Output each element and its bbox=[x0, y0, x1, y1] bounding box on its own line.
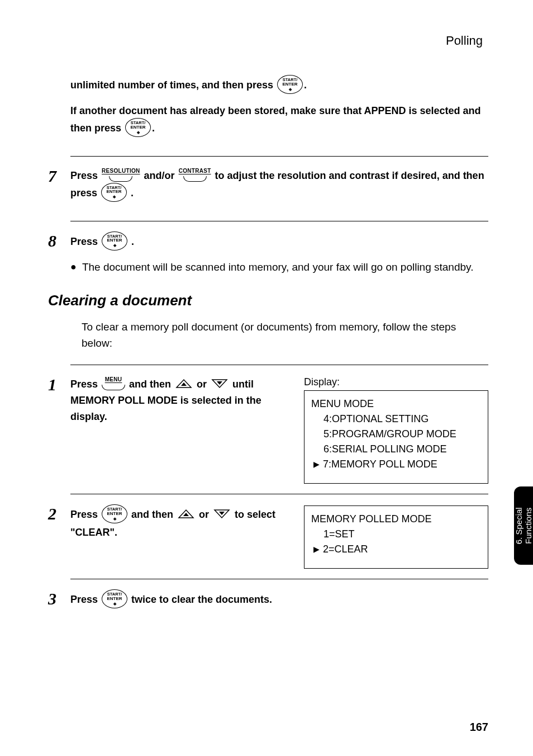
step7-d: . bbox=[128, 187, 134, 198]
contrast-button-icon: CONTRAST bbox=[179, 167, 211, 182]
separator bbox=[70, 579, 488, 579]
step-number-8: 8 bbox=[48, 233, 63, 276]
clearing-step-number-3: 3 bbox=[48, 590, 63, 609]
separator bbox=[70, 494, 488, 494]
start-enter-button-icon: START/ENTER◈ bbox=[102, 504, 127, 523]
separator bbox=[70, 221, 488, 221]
menu-button-icon: MENU bbox=[102, 375, 125, 390]
side-tab-line2: Functions bbox=[524, 507, 533, 544]
separator bbox=[70, 156, 488, 157]
up-arrow-button-icon bbox=[175, 378, 193, 389]
svg-marker-5 bbox=[183, 513, 189, 516]
start-enter-button-icon: START/ENTER◈ bbox=[102, 589, 127, 608]
step8-a: Press bbox=[70, 235, 101, 247]
chapter-side-tab: 6. Special Functions bbox=[514, 486, 533, 565]
lcd-line: MEMORY POLLED MODE bbox=[311, 512, 481, 527]
lcd-line: 6:SERIAL POLLING MODE bbox=[311, 442, 481, 457]
lcd-display-1: MENU MODE 4:OPTIONAL SETTING 5:PROGRAM/G… bbox=[304, 390, 488, 484]
start-enter-button-icon: START/ENTER◈ bbox=[277, 75, 303, 94]
step-number-7: 7 bbox=[48, 168, 63, 211]
lcd-line: 1=SET bbox=[311, 527, 481, 542]
lcd-line: 5:PROGRAM/GROUP MODE bbox=[311, 427, 481, 442]
down-arrow-button-icon bbox=[213, 508, 231, 519]
lcd-line: 7:MEMORY POLL MODE bbox=[323, 457, 437, 472]
c3-a: Press bbox=[70, 594, 101, 605]
svg-marker-1 bbox=[181, 382, 187, 386]
down-arrow-button-icon bbox=[211, 378, 229, 389]
lcd-line: 2=CLEAR bbox=[323, 542, 368, 557]
lcd-line: 4:OPTIONAL SETTING bbox=[311, 412, 481, 427]
lcd-display-2: MEMORY POLLED MODE 1=SET ▶2=CLEAR bbox=[304, 505, 488, 569]
step7-b: and/or bbox=[141, 170, 178, 181]
step8-bullet: The document will be scanned into memory… bbox=[82, 259, 474, 276]
lcd-line: MENU MODE bbox=[311, 396, 481, 412]
bullet-icon: ● bbox=[70, 259, 77, 276]
clearing-step-number-1: 1 bbox=[48, 376, 63, 424]
c3-b: twice to clear the documents. bbox=[129, 594, 272, 605]
c2-c: or bbox=[196, 509, 212, 520]
clearing-intro: To clear a memory poll document (or docu… bbox=[82, 319, 488, 351]
page-number: 167 bbox=[470, 721, 488, 734]
start-enter-button-icon: START/ENTER◈ bbox=[101, 183, 127, 202]
resolution-button-icon: RESOLUTION bbox=[102, 167, 140, 182]
svg-marker-7 bbox=[219, 512, 225, 515]
step6-text-a: unlimited number of times, and then pres… bbox=[70, 79, 276, 91]
svg-marker-3 bbox=[217, 381, 222, 385]
c1-c: or bbox=[194, 379, 210, 390]
display-label: Display: bbox=[304, 376, 488, 388]
page-header-section: Polling bbox=[45, 34, 488, 48]
c2-b: and then bbox=[129, 509, 176, 520]
clearing-step-number-2: 2 bbox=[48, 505, 63, 541]
side-tab-line1: 6. Special bbox=[514, 507, 524, 544]
clearing-heading: Clearing a document bbox=[48, 292, 488, 309]
step6-text-b: . bbox=[304, 79, 307, 91]
separator bbox=[70, 365, 488, 365]
start-enter-button-icon: START/ENTER◈ bbox=[102, 231, 127, 251]
start-enter-button-icon: START/ENTER◈ bbox=[125, 118, 151, 137]
c2-a: Press bbox=[70, 509, 101, 520]
c1-a: Press bbox=[70, 379, 101, 390]
step6-text-d: . bbox=[152, 122, 155, 134]
step7-a: Press bbox=[70, 170, 101, 181]
step8-b: . bbox=[129, 235, 134, 247]
pointer-icon: ▶ bbox=[313, 544, 320, 555]
up-arrow-button-icon bbox=[177, 508, 195, 519]
pointer-icon: ▶ bbox=[313, 459, 320, 470]
c1-b: and then bbox=[126, 379, 174, 390]
